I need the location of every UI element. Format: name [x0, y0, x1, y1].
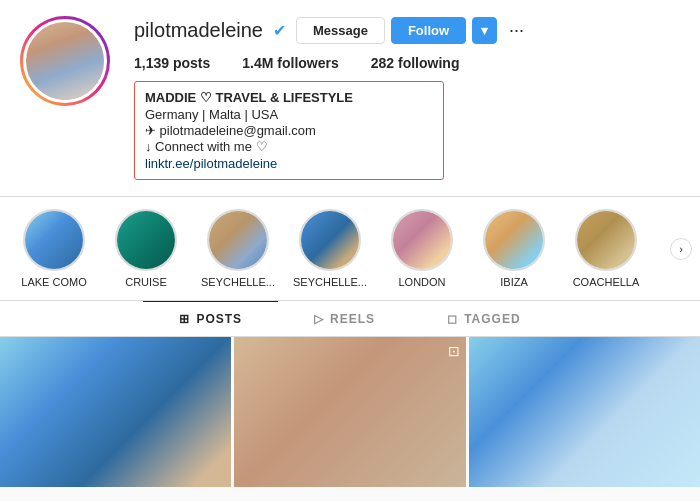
following-stat: 282 following [371, 55, 460, 71]
tab-posts[interactable]: ⊞ POSTS [143, 301, 278, 336]
post-item[interactable]: ⊡ [234, 337, 465, 487]
posts-stat: 1,139 posts [134, 55, 210, 71]
followers-stat: 1.4M followers [242, 55, 338, 71]
posts-label: posts [173, 55, 210, 71]
verified-icon: ✔ [273, 21, 286, 40]
story-item-coachella[interactable]: COACHELLA [562, 209, 650, 288]
reels-tab-label: REELS [330, 312, 375, 326]
tab-tagged[interactable]: ◻ TAGGED [411, 301, 556, 336]
story-label: COACHELLA [573, 276, 640, 288]
more-options-button[interactable]: ··· [503, 16, 530, 45]
posts-tab-icon: ⊞ [179, 312, 190, 326]
profile-header: pilotmadeleine ✔ Message Follow ▾ ··· 1,… [0, 0, 700, 197]
story-circle [391, 209, 453, 271]
posts-count: 1,139 [134, 55, 169, 71]
story-item-seychelle2[interactable]: SEYCHELLE... [286, 209, 374, 288]
following-label: following [398, 55, 459, 71]
story-label: SEYCHELLE... [293, 276, 367, 288]
follow-button[interactable]: Follow [391, 17, 466, 44]
story-circle [23, 209, 85, 271]
post-item[interactable] [0, 337, 231, 487]
bio-link[interactable]: linktr.ee/pilotmadeleine [145, 156, 277, 171]
page-wrapper: pilotmadeleine ✔ Message Follow ▾ ··· 1,… [0, 0, 700, 487]
profile-top-section: pilotmadeleine ✔ Message Follow ▾ ··· 1,… [20, 16, 680, 196]
story-circle [115, 209, 177, 271]
reels-tab-icon: ▷ [314, 312, 324, 326]
avatar-ring [20, 16, 110, 106]
stats-row: 1,139 posts 1.4M followers 282 following [134, 55, 680, 71]
story-thumbnail [25, 211, 83, 269]
profile-info: pilotmadeleine ✔ Message Follow ▾ ··· 1,… [134, 16, 680, 180]
posts-grid: ⊡ [0, 337, 700, 487]
story-thumbnail [209, 211, 267, 269]
story-item-cruise[interactable]: CRUISE [102, 209, 190, 288]
tabs-row: ⊞ POSTS ▷ REELS ◻ TAGGED [0, 301, 700, 337]
post-video-icon: ⊡ [448, 343, 460, 359]
story-label: CRUISE [125, 276, 167, 288]
story-thumbnail [117, 211, 175, 269]
post-item[interactable] [469, 337, 700, 487]
avatar-image [26, 22, 104, 100]
action-buttons: Message Follow ▾ ··· [296, 16, 530, 45]
story-circle [483, 209, 545, 271]
follow-dropdown-button[interactable]: ▾ [472, 17, 497, 44]
tab-reels[interactable]: ▷ REELS [278, 301, 411, 336]
story-thumbnail [485, 211, 543, 269]
story-item-lake-como[interactable]: LAKE COMO [10, 209, 98, 288]
following-count: 282 [371, 55, 394, 71]
story-circle [207, 209, 269, 271]
tagged-tab-icon: ◻ [447, 312, 458, 326]
bio-email: ✈ pilotmadeleine@gmail.com [145, 123, 433, 138]
story-label: LAKE COMO [21, 276, 86, 288]
bio-location: Germany | Malta | USA [145, 107, 433, 122]
stories-section: LAKE COMO CRUISE SEYCHELLE... SEYCHELLE.… [0, 197, 700, 301]
posts-tab-label: POSTS [196, 312, 242, 326]
story-thumbnail [577, 211, 635, 269]
followers-label: followers [277, 55, 338, 71]
story-item-london[interactable]: LONDON [378, 209, 466, 288]
tagged-tab-label: TAGGED [464, 312, 520, 326]
message-button[interactable]: Message [296, 17, 385, 44]
avatar [23, 19, 107, 103]
story-item-seychelle1[interactable]: SEYCHELLE... [194, 209, 282, 288]
story-circle [575, 209, 637, 271]
story-circle [299, 209, 361, 271]
username: pilotmadeleine [134, 19, 263, 42]
story-thumbnail [301, 211, 359, 269]
story-label: IBIZA [500, 276, 528, 288]
bio-box: MADDIE ♡ TRAVEL & LIFESTYLE Germany | Ma… [134, 81, 444, 180]
bio-connect: ↓ Connect with me ♡ [145, 139, 433, 154]
bio-name: MADDIE ♡ TRAVEL & LIFESTYLE [145, 90, 433, 105]
story-thumbnail [393, 211, 451, 269]
story-item-ibiza[interactable]: IBIZA [470, 209, 558, 288]
story-label: SEYCHELLE... [201, 276, 275, 288]
username-row: pilotmadeleine ✔ Message Follow ▾ ··· [134, 16, 680, 45]
story-label: LONDON [398, 276, 445, 288]
followers-count: 1.4M [242, 55, 273, 71]
stories-next-button[interactable]: › [670, 238, 692, 260]
